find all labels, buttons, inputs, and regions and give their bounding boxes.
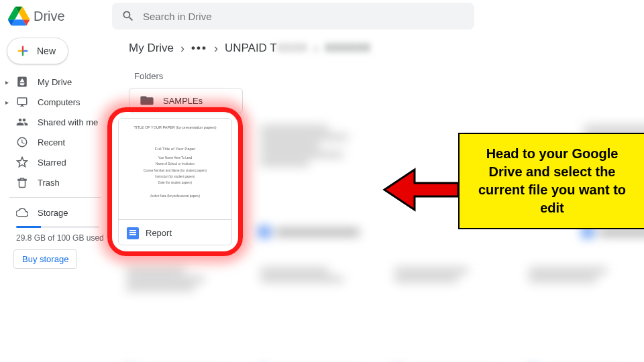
app-name: Drive bbox=[34, 9, 65, 24]
annotation-arrow-icon bbox=[381, 166, 462, 213]
sidebar-item-label: Storage bbox=[38, 208, 68, 218]
breadcrumb-overflow[interactable]: ••• bbox=[191, 42, 207, 55]
storage-usage-text: 29.8 GB of 100 GB used bbox=[4, 233, 106, 243]
sidebar-item-shared[interactable]: Shared with me bbox=[4, 113, 106, 131]
blurred-file-card bbox=[118, 260, 232, 362]
app-header: Drive bbox=[0, 0, 644, 32]
new-button-label: New bbox=[37, 46, 56, 56]
breadcrumb: My Drive › ••• › UNPAID TXXXX › XXXXXX bbox=[129, 35, 644, 62]
computers-icon bbox=[16, 96, 28, 108]
trash-icon bbox=[16, 176, 28, 188]
sidebar-item-label: My Drive bbox=[38, 77, 72, 87]
annotation-callout: Head to your Google Drive and select the… bbox=[458, 133, 644, 229]
sidebar-item-trash[interactable]: Trash bbox=[4, 173, 106, 192]
breadcrumb-current[interactable]: UNPAID TXXXX bbox=[225, 42, 307, 55]
sidebar-item-label: Starred bbox=[38, 158, 66, 168]
starred-icon bbox=[16, 156, 28, 168]
new-button[interactable]: New bbox=[7, 38, 68, 64]
app-logo[interactable]: Drive bbox=[8, 5, 112, 27]
sidebar-item-label: Shared with me bbox=[38, 117, 98, 127]
expand-icon: ▸ bbox=[5, 78, 9, 86]
sidebar-item-recent[interactable]: Recent bbox=[4, 133, 106, 152]
google-doc-icon bbox=[127, 227, 139, 239]
cloud-icon bbox=[16, 206, 28, 219]
buy-storage-button[interactable]: Buy storage bbox=[13, 249, 77, 269]
expand-icon: ▸ bbox=[5, 99, 9, 106]
sidebar-divider bbox=[9, 197, 101, 198]
sidebar-item-starred[interactable]: Starred bbox=[4, 153, 106, 172]
folder-name: SAMPLEs bbox=[163, 96, 203, 106]
folder-item[interactable]: SAMPLEs bbox=[129, 88, 243, 113]
file-card-report[interactable]: TITLE OF YOUR PAPER (for presentation pa… bbox=[118, 118, 232, 245]
drive-logo-icon bbox=[8, 5, 30, 27]
breadcrumb-root[interactable]: My Drive bbox=[129, 42, 174, 55]
content-area: My Drive › ••• › UNPAID TXXXX › XXXXXX F… bbox=[113, 32, 644, 362]
sidebar-item-label: Recent bbox=[38, 137, 65, 147]
sidebar-item-computers[interactable]: ▸ Computers bbox=[4, 93, 106, 111]
file-name: Report bbox=[146, 228, 172, 238]
mydrive-icon bbox=[16, 76, 28, 88]
sidebar-item-storage[interactable]: Storage bbox=[4, 203, 106, 222]
search-input[interactable] bbox=[143, 11, 465, 22]
breadcrumb-obscured: XXXXXX bbox=[325, 42, 370, 55]
search-bar[interactable] bbox=[112, 3, 474, 29]
chevron-right-icon: › bbox=[214, 42, 218, 56]
sidebar: New ▸ My Drive ▸ Computers Shared with m… bbox=[0, 32, 113, 362]
search-icon bbox=[121, 9, 135, 23]
blurred-file-card bbox=[252, 118, 366, 245]
file-footer: Report bbox=[119, 219, 231, 245]
chevron-right-icon: › bbox=[314, 42, 318, 56]
blurred-file-card bbox=[521, 260, 635, 362]
folders-section-label: Folders bbox=[134, 71, 644, 81]
main-layout: New ▸ My Drive ▸ Computers Shared with m… bbox=[0, 32, 644, 362]
shared-icon bbox=[16, 116, 28, 128]
sidebar-item-label: Computers bbox=[38, 97, 80, 107]
recent-icon bbox=[16, 136, 28, 148]
sidebar-item-mydrive[interactable]: ▸ My Drive bbox=[4, 72, 106, 91]
storage-meter bbox=[16, 226, 99, 228]
chevron-right-icon: › bbox=[180, 42, 184, 56]
sidebar-item-label: Trash bbox=[38, 178, 60, 188]
file-thumbnail: TITLE OF YOUR PAPER (for presentation pa… bbox=[119, 119, 231, 219]
blurred-file-card bbox=[386, 260, 500, 362]
folder-icon bbox=[140, 95, 154, 106]
folders-row: SAMPLEs bbox=[129, 88, 644, 113]
plus-icon bbox=[15, 44, 30, 58]
blurred-file-card bbox=[252, 260, 366, 362]
